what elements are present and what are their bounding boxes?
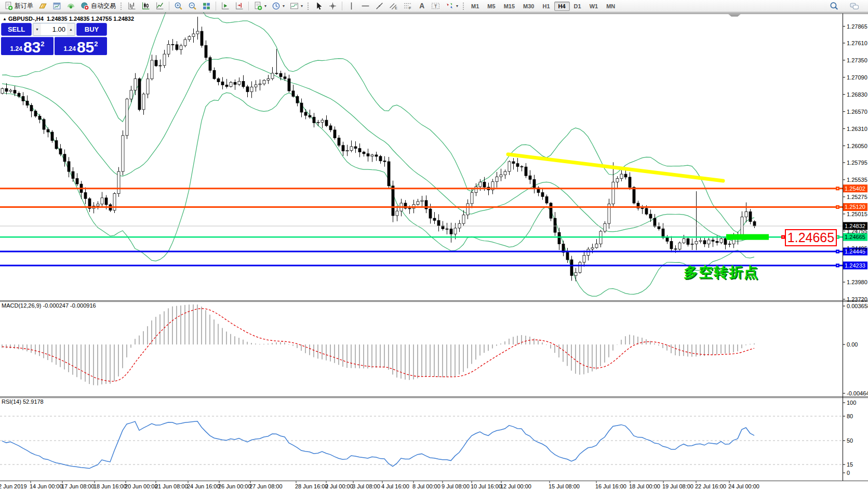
signals-button[interactable]: [64, 1, 78, 11]
chat-icon: [850, 2, 859, 10]
main-chart-panel[interactable]: [0, 14, 843, 300]
macd-indicator-label: MACD(12,26,9) -0.000247 -0.000916: [2, 302, 96, 309]
toolbar-drag-handle[interactable]: [307, 2, 309, 10]
macd-name: MACD(12,26,9): [2, 302, 41, 309]
zoom-in-button[interactable]: [171, 1, 185, 11]
timeframe-M30-button[interactable]: M30: [519, 2, 538, 11]
timeframe-H1-button[interactable]: H1: [538, 2, 554, 11]
volume-input[interactable]: [41, 23, 67, 35]
toolbar: 新订单自动交易▾▾▾EFAT▾M1M5M15M30H1H4D1W1MN: [0, 0, 868, 12]
templates-button[interactable]: ▾: [287, 1, 305, 11]
sell-button[interactable]: SELL: [1, 23, 32, 36]
rsi-indicator-label: RSI(14) 52.9178: [2, 399, 44, 405]
buy-price-big: 85: [77, 40, 94, 54]
timeframe-M5-button[interactable]: M5: [483, 2, 499, 11]
arrows-icon: [445, 2, 454, 10]
template-icon: [290, 2, 299, 10]
macd-values: -0.000247 -0.000916: [43, 302, 96, 309]
timeframe-D1-button[interactable]: D1: [570, 2, 585, 11]
cursor-button[interactable]: [312, 1, 326, 11]
chart-canvas[interactable]: 1.254021.251201.246651.244451.242331.278…: [0, 0, 868, 491]
toolbar-right-icons: [827, 1, 866, 11]
charts-gallery-button[interactable]: [36, 1, 50, 11]
toolbar-separator: [248, 2, 249, 10]
buy-price-pip: 2: [94, 41, 98, 47]
autotrade-icon: [81, 2, 89, 10]
textA-icon: A: [417, 2, 426, 10]
time-axis[interactable]: [0, 481, 868, 491]
sell-price[interactable]: 1.24 83 2: [1, 37, 54, 55]
text-button[interactable]: A: [415, 1, 429, 11]
tiles-icon: [202, 2, 211, 10]
tile-windows-button[interactable]: [199, 1, 213, 11]
macd-panel[interactable]: [0, 302, 843, 396]
equidistant-channel-button[interactable]: E: [386, 1, 400, 11]
vertical-line-button[interactable]: [344, 1, 358, 11]
chart-annotation-text: 多空转折点: [684, 263, 759, 282]
svg-text:A: A: [419, 2, 424, 10]
search-button[interactable]: [827, 1, 841, 11]
hline-icon: [361, 2, 370, 10]
horizontal-line-button[interactable]: [358, 1, 372, 11]
buy-price[interactable]: 1.24 85 2: [55, 37, 107, 55]
timeframe-H4-button[interactable]: H4: [554, 2, 570, 11]
fibo-icon: F: [403, 2, 412, 10]
toolbar-separator: [169, 2, 169, 10]
fibonacci-button[interactable]: F: [400, 1, 415, 11]
price-alert-tag[interactable]: 1.24665: [785, 229, 837, 246]
toolbar-drag-handle[interactable]: [120, 2, 122, 10]
candlestick-chart-button[interactable]: [139, 1, 153, 11]
crosshair-button[interactable]: [326, 1, 340, 11]
dropdown-caret-icon: ▾: [283, 4, 285, 8]
autotrading-button-label: 自动交易: [91, 2, 116, 10]
vline-icon: [347, 2, 356, 10]
rsi-name: RSI(14): [2, 399, 21, 405]
autotrading-button[interactable]: 自动交易: [78, 1, 118, 11]
chartshift-icon: [235, 2, 244, 10]
line-chart-button[interactable]: [153, 1, 167, 11]
auto-scroll-button[interactable]: [218, 1, 232, 11]
symbol-ohlc-header: ▲GBPUSD-,H4 1.24835 1.24835 1.24755 1.24…: [3, 16, 134, 22]
zoom-out-icon: [188, 2, 197, 10]
timeframe-M1-button[interactable]: M1: [467, 2, 483, 11]
toolbar-separator: [216, 2, 216, 10]
volume-decrease-button[interactable]: ▼: [33, 23, 41, 35]
search-icon: [830, 2, 838, 10]
autoscroll-icon: [221, 2, 230, 10]
bar-chart-button[interactable]: [125, 1, 139, 11]
new-order-button[interactable]: 新订单: [2, 1, 36, 11]
cursor-icon: [314, 2, 323, 10]
periods-button[interactable]: ▾: [269, 1, 287, 11]
toolbar-drag-handle[interactable]: [462, 2, 464, 10]
label-button[interactable]: T: [429, 1, 443, 11]
community-button[interactable]: [847, 1, 861, 11]
arrows-button[interactable]: ▾: [443, 1, 461, 11]
dropdown-caret-icon: ▾: [456, 4, 458, 8]
candles-icon: [141, 2, 150, 10]
new-chart-button[interactable]: ▾: [251, 1, 269, 11]
svg-text:T: T: [434, 3, 437, 9]
rsi-value: 52.9178: [23, 399, 44, 405]
zoom-out-button[interactable]: [185, 1, 199, 11]
new-order-button-label: 新订单: [15, 2, 33, 10]
rsi-panel[interactable]: [0, 399, 843, 481]
chart-window-icon: [52, 2, 61, 10]
market-watch-button[interactable]: [50, 1, 64, 11]
tline-icon: [375, 2, 384, 10]
timeframe-W1-button[interactable]: W1: [585, 2, 603, 11]
buy-button[interactable]: BUY: [76, 23, 107, 36]
labelT-icon: T: [431, 2, 440, 10]
svg-text:F: F: [409, 6, 411, 10]
chart-shift-button[interactable]: [232, 1, 246, 11]
symbol-ohlc-values: 1.24835 1.24835 1.24755 1.24832: [47, 16, 134, 22]
channel-icon: E: [389, 2, 398, 10]
sell-price-prefix: 1.24: [10, 44, 22, 54]
trendline-button[interactable]: [372, 1, 386, 11]
volume-increase-button[interactable]: ▲: [67, 23, 75, 35]
svg-text:E: E: [395, 6, 397, 10]
price-axis[interactable]: [843, 14, 868, 481]
timeframe-MN-button[interactable]: MN: [602, 2, 619, 11]
collapse-icon[interactable]: ▲: [3, 17, 7, 21]
clock-icon: [272, 2, 281, 10]
timeframe-M15-button[interactable]: M15: [500, 2, 519, 11]
